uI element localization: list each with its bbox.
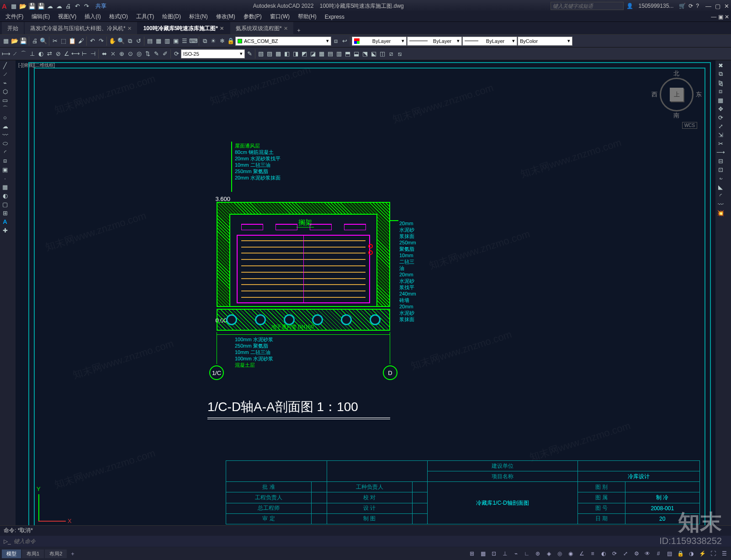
new-tab-icon[interactable]: ＋ (296, 26, 302, 34)
zoom-icon[interactable]: 🔍 (117, 37, 125, 45)
open-icon[interactable]: 📂 (11, 37, 19, 45)
menu-dim[interactable]: 标注(N) (185, 12, 212, 21)
table-icon[interactable]: ⊞ (1, 209, 9, 217)
tab-close-icon[interactable]: ✕ (127, 26, 132, 32)
status-polar-icon[interactable]: ⊛ (533, 549, 543, 559)
mirror-icon[interactable]: ⧎ (716, 79, 725, 87)
redo-icon[interactable]: ↷ (97, 37, 105, 45)
gradient-icon[interactable]: ◐ (1, 191, 9, 200)
viewcube-top[interactable]: 上 (670, 88, 683, 101)
compass-s[interactable]: 南 (673, 111, 679, 120)
tb-icon[interactable]: ◨ (291, 50, 300, 58)
layout-tab-2[interactable]: 布局2 (45, 549, 67, 558)
dim-base-icon[interactable]: ⊢ (80, 50, 88, 58)
point-icon[interactable]: · (1, 174, 9, 182)
status-clean-icon[interactable]: ⛶ (708, 549, 718, 559)
tb-icon[interactable]: ▦ (318, 50, 326, 58)
menu-modify[interactable]: 修改(M) (212, 12, 239, 21)
tb-icon[interactable]: ◩ (300, 50, 308, 58)
layout-tab-1[interactable]: 布局1 (22, 549, 44, 558)
break-icon[interactable]: ⊡ (716, 165, 725, 174)
tb-icon[interactable]: ◪ (309, 50, 317, 58)
spline-icon[interactable]: 〰 (1, 131, 9, 139)
undo-icon[interactable]: ↶ (88, 37, 96, 45)
sheet-set-icon[interactable]: ▣ (172, 37, 180, 45)
tb-icon[interactable]: ⬒ (344, 50, 352, 58)
status-infer-icon[interactable]: ⊥ (500, 549, 510, 559)
dim-linear-icon[interactable]: ⟼ (2, 50, 10, 58)
share-button[interactable]: 共享 (95, 2, 106, 10)
paste-icon[interactable]: 📋 (68, 37, 76, 45)
dimstyle-mgr-icon[interactable]: ✎ (245, 50, 254, 58)
zoom-window-icon[interactable]: ⧉ (126, 37, 134, 45)
status-ortho-icon[interactable]: ∟ (522, 549, 532, 559)
tb-icon[interactable]: ⧅ (396, 50, 404, 58)
tab-file-3[interactable]: 氨系统双级流程图*✕ (230, 22, 293, 34)
canvas[interactable]: [-][俯视][二维线框] 知末网www.znzmo.com 知末网www.zn… (16, 60, 715, 535)
compass-w[interactable]: 西 (652, 90, 657, 99)
status-iso-icon[interactable]: ◈ (544, 549, 554, 559)
menu-tools[interactable]: 工具(T) (132, 12, 158, 21)
rotate-icon[interactable]: ⟳ (716, 113, 725, 122)
scale-icon[interactable]: ⤢ (716, 122, 725, 130)
hatch-icon[interactable]: ▦ (1, 183, 9, 191)
new-icon[interactable]: ▦ (10, 2, 18, 10)
viewcube[interactable]: 上 北 南 东 西 (652, 69, 702, 120)
save-icon[interactable]: 💾 (28, 2, 36, 10)
redo-icon[interactable]: ↷ (83, 2, 91, 10)
app-store-icon[interactable]: 🛒 (679, 3, 686, 9)
connect-icon[interactable]: ⟳ (689, 3, 693, 9)
doc-close-icon[interactable]: ✕ (725, 14, 729, 20)
tb-icon[interactable]: ▧ (257, 50, 265, 58)
dim-update-icon[interactable]: ⟳ (172, 50, 180, 58)
status-dyn-icon[interactable]: ⌁ (511, 549, 521, 559)
close-icon[interactable]: ✕ (724, 3, 729, 10)
compass-e[interactable]: 东 (696, 90, 702, 99)
status-osnap-icon[interactable]: ◎ (555, 549, 565, 559)
copy-icon[interactable]: ⬚ (59, 37, 68, 45)
markup-icon[interactable]: ☰ (180, 37, 189, 45)
trim-icon[interactable]: ✂ (716, 139, 725, 148)
status-custom-icon[interactable]: ☰ (719, 549, 729, 559)
signin-icon[interactable]: 👤 (626, 3, 633, 9)
dim-break-icon[interactable]: ⤫ (109, 50, 117, 58)
move-icon[interactable]: ✥ (716, 105, 725, 113)
polygon-icon[interactable]: ⬡ (1, 87, 9, 95)
plotstyle-dropdown[interactable]: ByColor ▾ (518, 37, 572, 46)
array-icon[interactable]: ▦ (716, 96, 725, 104)
web-save-icon[interactable]: ☁ (55, 2, 64, 10)
menu-param[interactable]: 参数(P) (240, 12, 265, 21)
color-dropdown[interactable]: ByLayer ▾ (352, 37, 407, 46)
tab-close-icon[interactable]: ✕ (284, 26, 288, 32)
dim-quick-icon[interactable]: ⟷ (71, 50, 79, 58)
block-insert-icon[interactable]: ⧈ (1, 157, 9, 165)
preview-icon[interactable]: 🔍 (39, 37, 48, 45)
new-icon[interactable]: ▦ (2, 37, 10, 45)
status-units-icon[interactable]: # (653, 549, 663, 559)
dim-jog-icon[interactable]: ⇄ (45, 50, 53, 58)
dimstyle-dropdown[interactable]: ISO-25▾ (181, 49, 245, 58)
join-icon[interactable]: ⧜ (716, 174, 725, 182)
minimize-icon[interactable]: — (705, 3, 711, 10)
extend-icon[interactable]: ⟶ (716, 148, 725, 156)
cut-icon[interactable]: ✂ (51, 37, 59, 45)
dim-arc-icon[interactable]: ⌒ (19, 50, 27, 58)
dim-space-icon[interactable]: ⬌ (100, 50, 108, 58)
tab-start[interactable]: 开始 (2, 22, 24, 34)
blend-icon[interactable]: 〰 (716, 200, 725, 208)
rect-icon[interactable]: ▭ (1, 96, 9, 104)
line-icon[interactable]: ╱ (1, 61, 9, 69)
menu-draw[interactable]: 绘图(D) (159, 12, 185, 21)
break-pt-icon[interactable]: ⊟ (716, 157, 725, 165)
status-3dosnap-icon[interactable]: ◉ (566, 549, 576, 559)
dim-aligned-icon[interactable]: ⟋ (11, 50, 19, 58)
linetype-dropdown[interactable]: ByLayer ▾ (407, 37, 462, 46)
mtext-icon[interactable]: A (1, 217, 9, 226)
stretch-icon[interactable]: ⇲ (716, 131, 725, 139)
menu-file[interactable]: 文件(F) (2, 12, 27, 21)
dimtedit-icon[interactable]: ✐ (161, 50, 169, 58)
lineweight-dropdown[interactable]: ByLayer ▾ (462, 37, 517, 46)
menu-help[interactable]: 帮助(H) (294, 12, 320, 21)
plot-icon[interactable]: 🖨 (64, 2, 73, 10)
status-workspace-icon[interactable]: ⚙ (631, 549, 641, 559)
